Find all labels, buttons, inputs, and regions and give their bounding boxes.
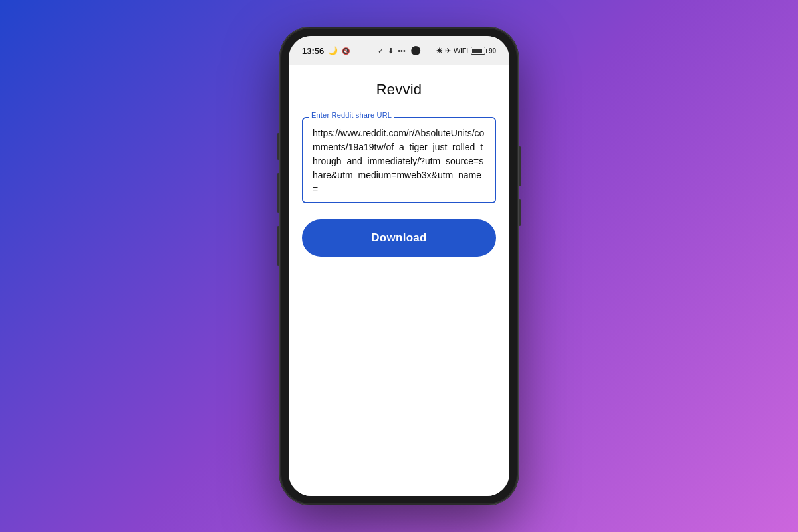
- status-bar-center: ✓ ⬇ •••: [378, 46, 420, 55]
- app-title: Revvid: [376, 81, 422, 98]
- url-field-label: Enter Reddit share URL: [309, 111, 394, 119]
- volume-up-button: [277, 173, 279, 213]
- url-field-wrapper: Enter Reddit share URL: [302, 117, 496, 206]
- silent-button: [277, 133, 279, 160]
- download-small-icon: ⬇: [388, 47, 394, 55]
- status-center-icons: ✓ ⬇ •••: [378, 47, 406, 55]
- moon-icon: 🌙: [328, 46, 338, 55]
- status-bar: 13:56 🌙 🔇 ✓ ⬇ ••• ✳ ✈ WiFi: [289, 36, 509, 65]
- phone-screen: 13:56 🌙 🔇 ✓ ⬇ ••• ✳ ✈ WiFi: [289, 36, 509, 496]
- phone-mockup: 13:56 🌙 🔇 ✓ ⬇ ••• ✳ ✈ WiFi: [279, 27, 519, 505]
- status-time: 13:56: [302, 46, 324, 56]
- status-bar-right: ✳ ✈ WiFi 90: [436, 47, 496, 55]
- status-bar-left: 13:56 🌙 🔇: [302, 46, 350, 56]
- battery-level: 90: [489, 47, 496, 55]
- check-icon: ✓: [378, 47, 384, 55]
- download-button[interactable]: Download: [302, 219, 496, 257]
- wifi-icon: WiFi: [454, 47, 468, 55]
- volume-down-button: [277, 226, 279, 266]
- airplane-icon: ✈: [445, 47, 451, 55]
- app-content: Revvid Enter Reddit share URL Download: [289, 65, 509, 496]
- mute-icon: 🔇: [342, 47, 350, 55]
- camera-notch: [411, 46, 420, 55]
- more-icon: •••: [398, 47, 406, 55]
- power-button: [519, 146, 521, 186]
- battery-indicator: 90: [471, 47, 496, 55]
- power-button-lower: [519, 200, 521, 226]
- url-input[interactable]: [302, 117, 496, 203]
- bluetooth-icon: ✳: [436, 47, 442, 55]
